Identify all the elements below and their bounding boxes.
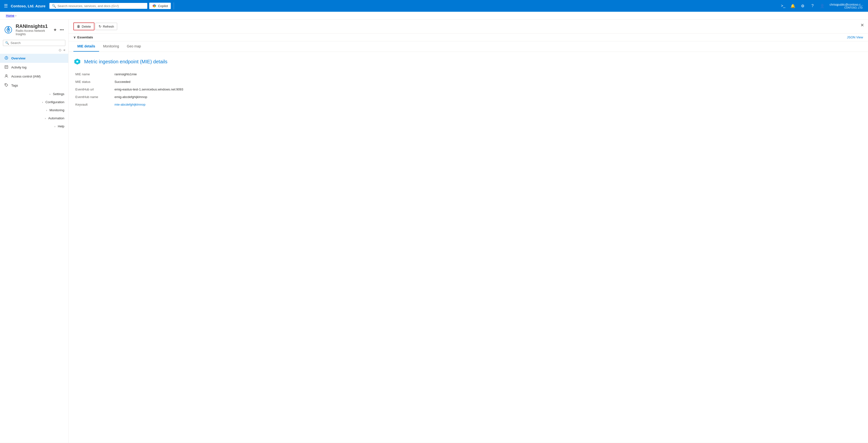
- automation-chevron: ›: [45, 117, 46, 120]
- resource-title: RANInsights1: [16, 24, 50, 29]
- mie-status-value: Succeeded: [115, 78, 863, 86]
- main-content: ✕ 🗑 Delete ↻ Refresh ∨ Essentials JSON V…: [68, 20, 868, 443]
- keyvault-value[interactable]: mie-abcdefghijklmnop: [115, 101, 863, 108]
- hamburger-menu[interactable]: ☰: [3, 2, 9, 9]
- svg-rect-10: [5, 66, 8, 68]
- settings-icon-btn[interactable]: ⚙: [798, 1, 807, 10]
- bell-icon: 🔔: [790, 4, 795, 8]
- sidebar-item-access-control-label: Access control (IAM): [11, 75, 41, 78]
- eventhub-url-value: emig-eastus-test-1.servicebus.windows.ne…: [115, 86, 863, 93]
- essentials-chevron-icon: ∨: [73, 35, 76, 39]
- user-org: CONTOSO, LTD.: [844, 6, 863, 9]
- copilot-label: Copilot: [158, 4, 168, 8]
- svg-point-14: [5, 84, 6, 85]
- sidebar-item-monitoring[interactable]: › Monitoring: [0, 106, 68, 114]
- sidebar-item-monitoring-label: Monitoring: [50, 108, 64, 112]
- help-icon-btn[interactable]: ?: [808, 1, 817, 10]
- main-layout: RANInsights1 Radio Access Network Insigh…: [0, 20, 868, 443]
- refresh-icon: ↻: [99, 25, 101, 28]
- resource-icon: [4, 25, 13, 35]
- sidebar: RANInsights1 Radio Access Network Insigh…: [0, 20, 68, 443]
- tab-geo-map[interactable]: Geo map: [123, 41, 145, 52]
- close-button[interactable]: ✕: [860, 23, 864, 28]
- svg-point-5: [8, 29, 9, 31]
- delete-icon: 🗑: [77, 25, 80, 28]
- eventhub-url-label: EventHub url: [75, 86, 115, 93]
- mie-title: Metric ingestion endpoint (MIE) details: [84, 59, 167, 65]
- mie-icon: [73, 58, 81, 66]
- tab-monitoring[interactable]: Monitoring: [99, 41, 123, 52]
- resource-header: RANInsights1 Radio Access Network Insigh…: [0, 20, 68, 38]
- svg-point-8: [6, 58, 7, 59]
- ran-insights-icon: [4, 26, 13, 34]
- mie-details-section: Metric ingestion endpoint (MIE) details …: [68, 52, 868, 114]
- tags-icon: [4, 83, 9, 88]
- sidebar-item-access-control[interactable]: Access control (IAM): [0, 72, 68, 81]
- resource-header-actions: ★ •••: [53, 27, 64, 33]
- breadcrumb-home[interactable]: Home: [6, 14, 14, 18]
- sidebar-item-tags-label: Tags: [11, 83, 18, 87]
- mie-header: Metric ingestion endpoint (MIE) details: [73, 58, 863, 66]
- sidebar-item-settings[interactable]: › Settings: [0, 90, 68, 98]
- monitoring-chevron: ›: [46, 109, 47, 112]
- favorite-button[interactable]: ★: [53, 27, 57, 33]
- activity-log-icon: [4, 65, 9, 70]
- notifications-icon-btn[interactable]: 🔔: [788, 1, 797, 10]
- refresh-button-label: Refresh: [103, 25, 114, 28]
- svg-point-13: [6, 75, 7, 76]
- delete-button-label: Delete: [82, 25, 91, 28]
- sidebar-item-configuration[interactable]: › Configuration: [0, 98, 68, 106]
- sidebar-nav: Overview Activity log Access control (IA…: [0, 54, 68, 130]
- delete-button[interactable]: 🗑 Delete: [73, 23, 94, 30]
- global-search-bar[interactable]: 🔍: [50, 3, 147, 9]
- mie-table: MIE name raninsights1mie MIE status Succ…: [75, 70, 863, 108]
- essentials-toggle[interactable]: ∨ Essentials: [73, 35, 93, 39]
- content-toolbar: 🗑 Delete ↻ Refresh: [68, 20, 868, 33]
- mie-status-label: MIE status: [75, 78, 115, 86]
- gear-icon: ⚙: [801, 4, 804, 8]
- sidebar-item-help[interactable]: › Help: [0, 122, 68, 130]
- eventhub-name-label: EventHub name: [75, 93, 115, 101]
- tab-bar: MIE details Monitoring Geo map: [68, 41, 868, 52]
- sidebar-item-activity-log[interactable]: Activity log: [0, 63, 68, 72]
- eventhub-name-value: emig-abcdefghijklmnop: [115, 93, 863, 101]
- brand-name: Contoso, Ltd. Azure: [11, 4, 45, 8]
- terminal-icon-btn[interactable]: >_: [779, 1, 787, 10]
- sidebar-item-configuration-label: Configuration: [45, 100, 64, 104]
- user-account[interactable]: chrisqpublic@contoso.c... CONTOSO, LTD.: [828, 3, 865, 9]
- mie-name-value: raninsights1mie: [115, 70, 863, 78]
- essentials-section: ∨ Essentials JSON View: [68, 33, 868, 41]
- sidebar-item-overview[interactable]: Overview: [0, 54, 68, 63]
- global-search-input[interactable]: [58, 4, 145, 8]
- filter-button[interactable]: ◇: [59, 48, 61, 52]
- sidebar-item-tags[interactable]: Tags: [0, 81, 68, 90]
- json-view-link[interactable]: JSON View: [847, 35, 863, 39]
- essentials-label: Essentials: [77, 35, 93, 39]
- sidebar-item-activity-log-label: Activity log: [11, 66, 26, 69]
- tab-mie-details-label: MIE details: [77, 44, 95, 48]
- sidebar-search[interactable]: 🔍: [3, 40, 65, 46]
- tab-monitoring-label: Monitoring: [103, 44, 119, 48]
- sidebar-item-automation[interactable]: › Automation: [0, 114, 68, 122]
- user-name: chrisqpublic@contoso.c...: [830, 3, 863, 6]
- sidebar-controls: ◇ «: [0, 48, 68, 54]
- tab-mie-details[interactable]: MIE details: [73, 41, 99, 52]
- sidebar-search-input[interactable]: [10, 41, 63, 45]
- mie-name-label: MIE name: [75, 70, 115, 78]
- copilot-button[interactable]: Copilot: [149, 3, 171, 9]
- sidebar-item-overview-label: Overview: [11, 57, 26, 60]
- svg-point-3: [153, 6, 155, 8]
- overview-icon: [4, 56, 9, 61]
- resource-title-group: RANInsights1 Radio Access Network Insigh…: [16, 24, 50, 36]
- refresh-button[interactable]: ↻ Refresh: [95, 23, 118, 30]
- top-nav-icons: >_ 🔔 ⚙ ? 👤 chrisqpublic@contoso.c... CON…: [779, 1, 865, 10]
- sidebar-search-icon: 🔍: [5, 41, 9, 45]
- help-chevron: ›: [55, 125, 56, 128]
- collapse-button[interactable]: «: [63, 48, 65, 52]
- breadcrumb-separator: ›: [16, 14, 17, 18]
- top-navigation: ☰ Contoso, Ltd. Azure 🔍 Copilot >_ 🔔 ⚙ ?…: [0, 0, 868, 12]
- feedback-icon: 👤: [820, 4, 825, 8]
- feedback-icon-btn[interactable]: 👤: [818, 1, 827, 10]
- more-options-button[interactable]: •••: [59, 27, 64, 33]
- sidebar-item-automation-label: Automation: [48, 116, 64, 120]
